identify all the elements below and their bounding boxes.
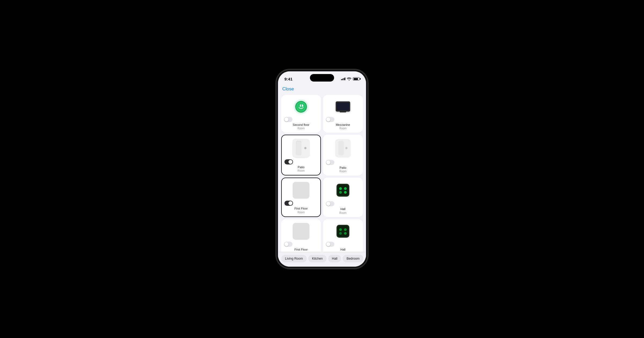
device-room-patio-2: Room	[326, 170, 360, 173]
device-room-hall-1: Room	[326, 211, 360, 214]
device-card-patio-1[interactable]: Patio Room	[281, 135, 321, 175]
device-name-second-floor: Second floor	[284, 123, 318, 127]
close-button[interactable]: Close	[282, 86, 294, 92]
device-label-first-floor-1: First Floor Room	[284, 207, 318, 214]
toggle-first-floor-1[interactable]	[284, 201, 293, 206]
device-icon-hall-2	[326, 222, 360, 242]
toggle-row-hall-2	[326, 242, 360, 247]
toggle-row-first-floor-2	[284, 242, 318, 247]
device-icon-patio-2	[326, 137, 360, 160]
device-room-first-floor-1: Room	[284, 211, 318, 214]
device-label-mezzanine: Mezzanine Room	[326, 123, 360, 130]
device-card-hall-2[interactable]: Hall Room	[323, 219, 363, 252]
tab-kitchen[interactable]: Kitchen	[308, 255, 327, 262]
tab-hall[interactable]: Hall	[328, 255, 341, 262]
device-icon-patio-1	[284, 138, 318, 159]
status-time: 9:41	[284, 77, 292, 81]
svg-point-18	[339, 232, 342, 235]
app-header: Close	[278, 83, 366, 94]
device-icon-first-floor-2	[284, 222, 318, 242]
device-name-first-floor-1: First Floor	[284, 207, 318, 210]
tab-living-room[interactable]: Living Room	[281, 255, 307, 262]
app-content: Close Second floor Room	[278, 83, 366, 267]
device-card-second-floor[interactable]: Second floor Room	[281, 95, 321, 133]
svg-point-10	[339, 187, 342, 190]
svg-rect-9	[338, 185, 348, 196]
status-icons	[341, 77, 360, 80]
signal-icon	[341, 78, 346, 80]
device-icon-first-floor-1	[284, 181, 318, 201]
device-name-hall-1: Hall	[326, 207, 360, 211]
device-name-patio-2: Patio	[326, 166, 360, 170]
svg-point-13	[344, 191, 347, 194]
status-bar: 9:41	[278, 71, 366, 83]
device-name-first-floor-2: First Floor	[284, 248, 318, 251]
device-icon-hall-1	[326, 180, 360, 201]
device-label-patio-2: Patio Room	[326, 166, 360, 173]
toggle-hall-1[interactable]	[326, 201, 334, 206]
toggle-row-hall-1	[326, 201, 360, 206]
toggle-patio-2[interactable]	[326, 160, 334, 165]
toggle-row-patio-2	[326, 160, 360, 165]
svg-rect-5	[300, 104, 301, 107]
svg-rect-15	[338, 226, 348, 237]
device-grid: Second floor Room Mezzanine Room	[281, 95, 363, 252]
tab-bedroom[interactable]: Bedroom	[343, 255, 363, 262]
device-label-hall-1: Hall Room	[326, 207, 360, 214]
device-card-first-floor-1[interactable]: First Floor Room	[281, 178, 321, 217]
device-room-mezzanine: Room	[326, 127, 360, 130]
svg-point-11	[344, 187, 347, 190]
toggle-row-second-floor	[284, 117, 318, 122]
device-room-hall-2: Room	[326, 252, 360, 252]
device-card-first-floor-2[interactable]: First Floor Room	[281, 219, 321, 252]
phone-frame: 9:41	[276, 70, 368, 268]
bottom-tabs: Living RoomKitchenHallBedroom	[278, 252, 366, 267]
device-room-patio-1: Room	[284, 169, 318, 172]
device-label-hall-2: Hall Room	[326, 248, 360, 252]
device-name-mezzanine: Mezzanine	[326, 123, 360, 127]
toggle-second-floor[interactable]	[284, 117, 292, 122]
dynamic-island	[310, 74, 334, 82]
toggle-row-first-floor-1	[284, 201, 318, 206]
device-grid-scroll[interactable]: Second floor Room Mezzanine Room	[278, 94, 366, 252]
device-room-first-floor-2: Room	[284, 252, 318, 252]
device-icon-mezzanine	[326, 98, 360, 117]
svg-point-19	[344, 232, 347, 235]
battery-icon	[353, 77, 360, 80]
svg-rect-6	[302, 104, 303, 107]
toggle-patio-1[interactable]	[284, 159, 293, 164]
toggle-row-patio-1	[284, 159, 318, 164]
battery-fill	[354, 78, 358, 80]
device-card-mezzanine[interactable]: Mezzanine Room	[323, 95, 363, 133]
device-label-first-floor-2: First Floor Room	[284, 248, 318, 252]
toggle-hall-2[interactable]	[326, 242, 334, 247]
svg-point-16	[339, 228, 342, 231]
toggle-row-mezzanine	[326, 117, 360, 122]
device-name-patio-1: Patio	[284, 166, 318, 169]
device-card-patio-2[interactable]: Patio Room	[323, 135, 363, 175]
toggle-mezzanine[interactable]	[326, 117, 334, 122]
device-label-second-floor: Second floor Room	[284, 123, 318, 130]
device-label-patio-1: Patio Room	[284, 166, 318, 172]
svg-point-17	[344, 228, 347, 231]
device-name-hall-2: Hall	[326, 248, 360, 251]
wifi-icon	[347, 77, 351, 80]
device-room-second-floor: Room	[284, 127, 318, 130]
svg-point-12	[339, 191, 342, 194]
toggle-first-floor-2[interactable]	[284, 242, 292, 247]
phone-inner: 9:41	[278, 71, 366, 267]
device-icon-second-floor	[284, 98, 318, 117]
device-card-hall-1[interactable]: Hall Room	[323, 178, 363, 217]
